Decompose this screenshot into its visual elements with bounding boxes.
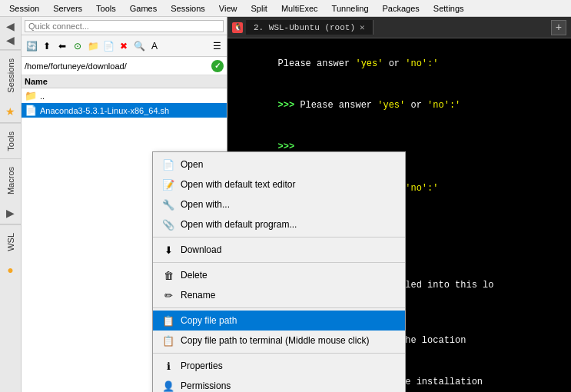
ctx-permissions-label: Permissions [181,380,231,391]
ctx-copy-path-terminal[interactable]: 📋 Copy file path to terminal (Middle mou… [153,331,405,350]
term-text-no: 'no':' [405,58,438,69]
tb-icon-5[interactable]: 📁 [86,39,100,53]
ctx-open-program-label: Open with default program... [181,219,297,230]
ctx-sep-1 [153,237,405,238]
ctx-properties[interactable]: ℹ Properties [153,356,405,376]
quick-connect-bar [22,17,227,35]
terminal-tab-close[interactable]: ✕ [360,22,365,32]
ctx-delete-label: Delete [181,270,207,281]
tb-icon-6[interactable]: 📄 [101,39,115,53]
ctx-open-program[interactable]: 📎 Open with default program... [153,214,405,234]
sidebar-item-wsl[interactable]: WSL [0,224,21,259]
file-item-parent[interactable]: 📁 .. [22,88,227,103]
menu-split[interactable]: Split [245,2,274,15]
term-text: Please answer [278,58,356,69]
text-editor-icon: 📝 [162,178,174,191]
copy-path-terminal-icon: 📋 [162,334,174,347]
sidebar-item-macros[interactable]: Macros [0,158,21,202]
ctx-open-text-label: Open with default text editor [181,179,295,190]
permissions-icon: 👤 [162,380,174,392]
file-list-header: Name [22,75,227,88]
term-text-or-2: or [405,100,427,111]
terminal-tab-title: 2. WSL-Ubuntu (root) [254,23,355,32]
sidebar-tabs: ◀ ◀ Sessions ★ Tools Macros ▶ WSL ● [0,17,22,392]
ctx-open-with-label: Open with... [181,199,230,210]
tb-icon-10[interactable]: ☰ [210,39,224,53]
menu-tunneling[interactable]: Tunneling [326,2,375,15]
file-item-anaconda[interactable]: 📄 Anaconda3-5.3.1-Linux-x86_64.sh [22,103,227,118]
ctx-rename[interactable]: ✏ Rename [153,285,405,305]
star-icon[interactable]: ★ [0,101,21,123]
term-text-yes-2: 'yes' [377,100,405,111]
menu-servers[interactable]: Servers [47,2,88,15]
menu-packages[interactable]: Packages [377,2,426,15]
ctx-permissions[interactable]: 👤 Permissions [153,376,405,392]
circle-icon[interactable]: ● [0,259,21,281]
path-ok-icon: ✓ [211,60,224,72]
ctx-sep-2 [153,262,405,263]
download-icon: ⬇ [162,244,174,256]
term-text-no-3: 'no':' [405,183,438,194]
tb-icon-1[interactable]: 🔄 [25,39,38,53]
menu-view[interactable]: View [213,2,244,15]
sidebar-item-tools[interactable]: Tools [0,123,21,159]
term-text-no-2: 'no':' [427,100,460,111]
terminal-titlebar: 🐧 2. WSL-Ubuntu (root) ✕ + [227,17,571,38]
tb-icon-2[interactable]: ⬆ [40,39,54,53]
ctx-open-label: Open [181,159,203,170]
arrow-icon[interactable]: ▶ [0,202,21,224]
menu-multiexec[interactable]: MultiExec [275,2,324,15]
term-text-or: or [383,58,405,69]
ctx-open-with[interactable]: 🔧 Open with... [153,194,405,214]
tb-icon-4[interactable]: ⊙ [71,39,85,53]
menu-settings[interactable]: Settings [427,2,470,15]
term-line-2: >>> Please answer 'yes' or 'no':' [234,85,565,126]
term-text-yes: 'yes' [355,58,383,69]
term-prompt-2: >>> [278,141,295,152]
file-name-parent: .. [40,91,45,101]
terminal-tab[interactable]: 2. WSL-Ubuntu (root) ✕ [246,20,373,35]
term-line-1: Please answer 'yes' or 'no':' [234,43,565,85]
sidebar-nav-arrows[interactable]: ◀ ◀ [0,17,21,50]
ctx-download-label: Download [181,244,221,255]
ctx-properties-label: Properties [181,360,223,371]
rename-icon: ✏ [162,289,174,301]
delete-icon: 🗑 [162,269,174,281]
menu-session[interactable]: Session [3,2,45,15]
ctx-copy-path-terminal-label: Copy file path to terminal (Middle mouse… [181,335,369,346]
properties-icon: ℹ [162,360,174,372]
term-prompt-1: >>> [278,100,300,111]
menu-tools[interactable]: Tools [90,2,122,15]
tb-icon-9[interactable]: A [148,39,161,53]
main-layout: ◀ ◀ Sessions ★ Tools Macros ▶ WSL ● 🔄 ⬆ … [0,17,571,392]
current-path: /home/fortuneye/download/ [25,61,211,71]
menu-games[interactable]: Games [124,2,163,15]
ctx-rename-label: Rename [181,290,215,301]
ctx-download[interactable]: ⬇ Download [153,240,405,260]
copy-path-icon: 📋 [162,314,174,327]
menu-sessions[interactable]: Sessions [164,2,211,15]
tb-icon-8[interactable]: 🔍 [132,39,146,53]
open-with-icon: 🔧 [162,198,174,211]
ctx-open-text[interactable]: 📝 Open with default text editor [153,174,405,194]
ctx-sep-4 [153,353,405,354]
tb-icon-7[interactable]: ✖ [117,39,131,53]
quick-connect-input[interactable] [25,20,224,32]
open-icon: 📄 [162,158,174,171]
name-column-header: Name [25,77,48,86]
terminal-add-tab-button[interactable]: + [551,20,566,35]
context-menu: 📄 Open 📝 Open with default text editor 🔧… [152,151,406,392]
path-bar: /home/fortuneye/download/ ✓ [22,57,227,75]
program-icon: 📎 [162,218,174,231]
file-toolbar: 🔄 ⬆ ⬅ ⊙ 📁 📄 ✖ 🔍 A ☰ [22,35,227,57]
ctx-copy-path-label: Copy file path [181,315,237,326]
sidebar-item-sessions[interactable]: Sessions [0,50,21,101]
ctx-delete[interactable]: 🗑 Delete [153,265,405,285]
file-name-anaconda: Anaconda3-5.3.1-Linux-x86_64.sh [40,106,169,115]
file-icon-sh: 📄 [25,105,37,116]
ctx-copy-path[interactable]: 📋 Copy file path [153,311,405,331]
ctx-open[interactable]: 📄 Open [153,154,405,174]
terminal-icon: 🐧 [232,22,243,33]
tb-icon-3[interactable]: ⬅ [55,39,69,53]
ctx-sep-3 [153,307,405,308]
